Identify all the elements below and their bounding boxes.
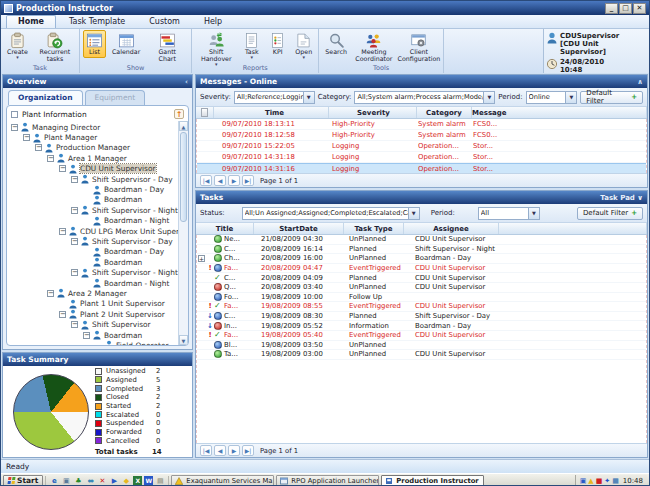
row-expand-icon[interactable]: + <box>198 255 205 262</box>
meeting-coordinator-button[interactable]: Meeting Coordinator <box>353 30 395 65</box>
tree-expander-icon[interactable]: − <box>11 124 18 131</box>
severity-filter-dropdown[interactable]: All;Reference;Logging;L ▼ <box>234 91 315 104</box>
excel-icon[interactable]: X <box>133 476 142 485</box>
tree-item-boardman[interactable]: Boardman <box>11 195 178 205</box>
taskbar-button-exaquantum-services-ma[interactable]: Exaquantum Services Ma... <box>171 475 274 486</box>
record-icon[interactable]: ■ <box>596 477 603 485</box>
menu-tab-help[interactable]: Help <box>193 16 233 28</box>
scroll-down-icon[interactable]: ▼ <box>179 335 188 345</box>
tree-expander-icon[interactable]: − <box>59 228 66 235</box>
scroll-up-icon[interactable]: ▲ <box>179 121 188 131</box>
plant-information-row[interactable]: Plant Information ↑ <box>7 106 188 121</box>
column-header-time[interactable]: Time <box>214 107 329 118</box>
tree-item-plant-2-unit-supervisor[interactable]: −Plant 2 Unit Supervisor <box>11 309 178 319</box>
status-filter-dropdown[interactable]: All;Un Assigned;Assigned;Completed;Escal… <box>242 207 420 220</box>
tree-expander-icon[interactable]: − <box>71 269 78 276</box>
users-icon[interactable]: ●● <box>85 476 95 486</box>
close-button[interactable]: ✕ <box>633 3 646 14</box>
shift-handover-button[interactable]: Shift Handover▾ <box>195 30 237 68</box>
tree-item-boardman[interactable]: −Boardman <box>11 330 178 340</box>
warning-tray-icon[interactable]: ▲ <box>588 477 593 485</box>
tree-expander-icon[interactable]: − <box>47 290 54 297</box>
menu-tab-home[interactable]: Home <box>6 15 56 28</box>
tree-expander-icon[interactable]: − <box>71 176 78 183</box>
tree-item-shift-supervisor-night[interactable]: −Shift Supervisor - Night <box>11 205 178 215</box>
next-page-button[interactable]: ▶ <box>228 175 240 186</box>
minimize-button[interactable]: _ <box>605 3 618 14</box>
stop-red-icon[interactable]: ✕ <box>97 476 107 486</box>
tree-item-area-1-manager[interactable]: −Area 1 Manager <box>11 153 178 163</box>
column-header-assignee[interactable]: Assignee <box>404 223 499 234</box>
task-row[interactable]: ↓C...19/08/2009 08:30PlannedShift Superv… <box>197 312 646 322</box>
tasks-default-filter-button[interactable]: Default Filter + <box>577 207 643 220</box>
menu-tab-task-template[interactable]: Task Template <box>58 16 136 28</box>
tree-item-plant-manager[interactable]: −Plant Manager <box>11 132 178 142</box>
collapse-left-icon[interactable]: ‹ <box>185 78 188 86</box>
show-desktop-icon[interactable]: ▣ <box>61 476 71 486</box>
network-icon[interactable]: ▣ <box>580 477 587 485</box>
tree-item-area-2-manager[interactable]: −Area 2 Manager <box>11 288 178 298</box>
attachment-column-header[interactable] <box>196 107 214 118</box>
open-button[interactable]: Open▾ <box>292 30 315 61</box>
play-icon[interactable]: ▶ <box>109 476 119 486</box>
column-header-startdate[interactable]: StartDate <box>254 223 344 234</box>
gantt-chart-button[interactable]: Gantt Chart <box>146 30 188 65</box>
taskbar-button-rpo-application-launcher[interactable]: RPO Application Launcher <box>276 475 379 486</box>
tree-item-boardman-night[interactable]: Boardman - Night <box>11 216 178 226</box>
menu-tab-custom[interactable]: Custom <box>138 16 191 28</box>
tab-equipment[interactable]: Equipment <box>85 90 146 105</box>
calendar-button[interactable]: Calendar <box>109 30 143 58</box>
tree-item-cdu-lpg-merox-unit-supervisor[interactable]: −CDU LPG Merox Unit Supervisor <box>11 226 178 236</box>
task-row[interactable]: Ne...21/08/2009 04:30UnPlannedCDU Unit S… <box>197 235 646 245</box>
period-filter-dropdown[interactable]: Online ▼ <box>526 91 578 104</box>
first-page-button[interactable]: |◀ <box>200 175 212 186</box>
tree-item-boardman[interactable]: Boardman <box>11 257 178 267</box>
tree-expander-icon[interactable]: − <box>23 134 30 141</box>
tree-expander-icon[interactable]: − <box>71 321 78 328</box>
scroll-thumb[interactable] <box>180 132 187 222</box>
collapse-up-icon[interactable]: ∧ <box>637 78 643 86</box>
task-button[interactable]: Task▾ <box>240 30 263 61</box>
task-row[interactable]: Bl...19/08/2009 03:50UnPlanned <box>197 341 646 351</box>
message-row[interactable]: 09/07/2010 15:22:05LoggingOperation...St… <box>197 141 646 152</box>
tree-item-field-operator[interactable]: Field Operator <box>11 340 178 345</box>
task-row[interactable]: ↓In...19/08/2009 05:52InformationBoardma… <box>197 321 646 331</box>
tree-item-shift-supervisor-day[interactable]: −Shift Supervisor - Day <box>11 236 178 246</box>
collapse-all-icon[interactable]: ↑ <box>174 109 184 119</box>
tree-item-managing-director[interactable]: −Managing Director <box>11 122 178 132</box>
tree-item-boardman-night[interactable]: Boardman - Night <box>11 278 178 288</box>
next-page-button[interactable]: ▶ <box>228 445 240 456</box>
prev-page-button[interactable]: ◀ <box>214 445 226 456</box>
column-header-category[interactable]: Category <box>417 107 472 118</box>
task-row[interactable]: ✓C...20/08/2009 04:09PlannedCDU Unit Sup… <box>197 273 646 283</box>
tree-item-cdu-unit-supervisor[interactable]: −CDU Unit Supervisor <box>11 164 178 174</box>
search-button[interactable]: Search <box>322 30 350 58</box>
word-icon[interactable]: W <box>144 476 153 485</box>
tree-expander-icon[interactable]: − <box>59 311 66 318</box>
maximize-button[interactable]: □ <box>619 3 632 14</box>
taskbar-button-production-instructor[interactable]: Production Instructor <box>381 475 484 486</box>
task-row[interactable]: +Ch...20/08/2009 16:00UnPlannedBoardman … <box>197 254 646 264</box>
internet-explorer-icon[interactable]: e <box>49 476 59 486</box>
task-row[interactable]: !✓Fa...19/08/2009 05:40EventTriggeredCDU… <box>197 331 646 341</box>
prev-page-button[interactable]: ◀ <box>214 175 226 186</box>
kpi-diamond-icon[interactable]: ◆ <box>121 476 131 486</box>
task-row[interactable]: Fo...19/08/2009 10:00Follow Up <box>197 293 646 303</box>
tree-item-boardman-day[interactable]: Boardman - Day <box>11 247 178 257</box>
task-row[interactable]: C...20/08/2009 16:14PlannedShift Supervi… <box>197 245 646 255</box>
last-page-button[interactable]: ▶| <box>242 175 254 186</box>
tree-expander-icon[interactable]: − <box>47 155 54 162</box>
recurrent-tasks-button[interactable]: Recurrent tasks <box>34 30 76 65</box>
tree-item-shift-supervisor-day[interactable]: −Shift Supervisor - Day <box>11 174 178 184</box>
message-row[interactable]: 09/07/2010 14:31:18LoggingOperation...St… <box>197 152 646 163</box>
plant-tree-icon[interactable]: ♣ <box>73 476 83 486</box>
tree-expander-icon[interactable]: − <box>35 144 42 151</box>
start-button[interactable]: Start <box>3 475 43 486</box>
first-page-button[interactable]: |◀ <box>200 445 212 456</box>
tree-item-boardman-day[interactable]: Boardman - Day <box>11 184 178 194</box>
tree-expander-icon[interactable]: − <box>71 207 78 214</box>
tree-scrollbar[interactable]: ▲ ▼ <box>178 121 188 345</box>
task-row[interactable]: Ta...19/08/2009 03:00UnPlannedCDU Unit S… <box>197 350 646 360</box>
last-page-button[interactable]: ▶| <box>242 445 254 456</box>
task-pad-toggle[interactable]: Task Pad ∨ <box>600 194 643 202</box>
